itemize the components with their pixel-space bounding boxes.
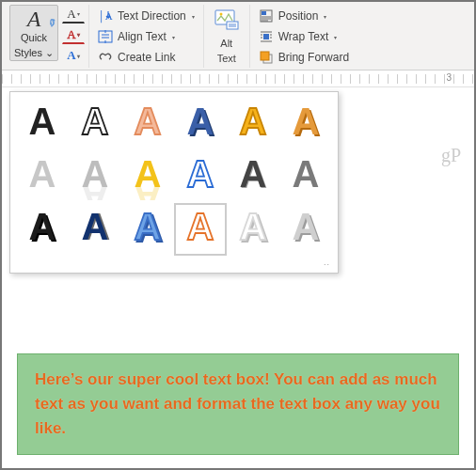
style-swatch-10[interactable]: A: [227, 150, 279, 203]
svg-text:A: A: [29, 101, 56, 142]
watermark-text: gP: [441, 145, 461, 166]
svg-text:A: A: [187, 101, 214, 142]
svg-text:A: A: [82, 206, 109, 247]
svg-text:A: A: [135, 153, 162, 195]
bring-forward-button[interactable]: Bring Forward: [254, 48, 354, 67]
style-swatch-16[interactable]: A: [227, 203, 279, 256]
position-button[interactable]: Position▾: [254, 7, 354, 25]
style-swatch-3[interactable]: A: [174, 98, 227, 150]
svg-text:A: A: [187, 206, 214, 247]
text-direction-label: Text Direction: [118, 9, 186, 23]
text-fill-button[interactable]: A▾: [62, 5, 85, 24]
align-text-button[interactable]: Align Text▾: [93, 27, 199, 46]
align-text-icon: [98, 29, 113, 44]
group-accessibility: Alt Text: [204, 5, 250, 68]
style-swatch-6[interactable]: A: [16, 150, 69, 203]
wrap-text-icon: [259, 29, 274, 44]
wrap-text-button[interactable]: Wrap Text▾: [254, 27, 354, 46]
style-swatch-12[interactable]: A: [16, 203, 69, 256]
style-swatch-7[interactable]: AA: [69, 150, 121, 203]
style-swatch-2[interactable]: A: [121, 98, 174, 150]
style-swatch-11[interactable]: A: [279, 150, 332, 203]
svg-text:A: A: [82, 101, 109, 142]
svg-text:│A: │A: [98, 9, 113, 24]
svg-rect-7: [263, 34, 269, 39]
svg-text:A: A: [293, 153, 320, 195]
bring-forward-label: Bring Forward: [278, 51, 349, 64]
svg-text:A: A: [135, 206, 162, 247]
group-text: │A Text Direction▾ Align Text▾ Create Li…: [89, 5, 204, 68]
create-link-button[interactable]: Create Link: [93, 48, 199, 67]
ribbon-toolbar: A✎ Quick Styles ⌄ A▾ A▾ A▾ │A Text Direc…: [2, 2, 474, 70]
svg-text:A: A: [240, 153, 267, 195]
svg-rect-4: [227, 22, 238, 29]
quick-styles-icon: A✎: [14, 9, 54, 28]
svg-text:A: A: [240, 101, 267, 142]
wrap-text-label: Wrap Text: [278, 30, 329, 43]
style-swatch-14[interactable]: A: [121, 203, 174, 256]
style-swatch-9[interactable]: A: [174, 150, 227, 203]
alt-text-label-1: Alt: [214, 38, 240, 49]
position-label: Position: [278, 9, 319, 23]
create-link-icon: [98, 50, 113, 65]
create-link-label: Create Link: [118, 51, 175, 64]
svg-point-3: [219, 13, 222, 16]
svg-text:A: A: [29, 206, 56, 247]
svg-text:A: A: [240, 206, 267, 247]
text-effects-button[interactable]: A▾: [62, 46, 85, 65]
text-direction-icon: │A: [98, 8, 113, 24]
style-swatch-13[interactable]: A: [69, 203, 121, 256]
align-text-label: Align Text: [118, 30, 167, 43]
textbox-content: Here’s our super cool text box! You can …: [35, 370, 440, 437]
style-swatch-17[interactable]: A: [279, 203, 332, 256]
position-icon: [259, 8, 274, 24]
svg-text:A: A: [82, 153, 109, 195]
svg-text:A: A: [29, 153, 56, 195]
group-arrange: Position▾ Wrap Text▾ Bring Forward: [250, 5, 357, 68]
text-outline-button[interactable]: A▾: [62, 25, 85, 44]
group-wordart: A✎ Quick Styles ⌄ A▾ A▾ A▾: [6, 5, 89, 68]
gallery-resize-handle[interactable]: ..: [16, 256, 332, 267]
svg-text:A: A: [187, 153, 214, 195]
alt-text-label-2: Text: [214, 53, 240, 64]
svg-rect-6: [262, 11, 266, 15]
horizontal-ruler[interactable]: 3: [2, 70, 474, 87]
style-swatch-8[interactable]: AA: [121, 150, 174, 203]
text-direction-button[interactable]: │A Text Direction▾: [93, 7, 199, 25]
svg-rect-9: [261, 52, 269, 60]
style-swatch-4[interactable]: A: [227, 98, 279, 150]
style-swatch-15[interactable]: A: [174, 203, 227, 256]
alt-text-button[interactable]: Alt Text: [208, 5, 246, 68]
svg-text:A: A: [135, 101, 162, 142]
alt-text-icon: [214, 8, 240, 31]
quick-styles-label-1: Quick: [14, 32, 54, 43]
quick-styles-gallery[interactable]: AAAAAAAAAAAAAAAAAAAA..: [9, 91, 339, 274]
quick-styles-button[interactable]: A✎ Quick Styles ⌄: [9, 5, 58, 61]
quick-styles-label-2: Styles ⌄: [14, 47, 54, 58]
svg-text:A: A: [293, 101, 320, 142]
bring-forward-icon: [259, 50, 274, 65]
ruler-mark-3: 3: [446, 72, 452, 83]
style-swatch-0[interactable]: A: [16, 98, 69, 150]
style-swatch-5[interactable]: A: [279, 98, 332, 150]
sample-text-box[interactable]: Here’s our super cool text box! You can …: [17, 353, 459, 455]
text-style-mini-column: A▾ A▾ A▾: [62, 5, 85, 65]
svg-text:A: A: [293, 206, 320, 247]
style-swatch-1[interactable]: A: [69, 98, 121, 150]
